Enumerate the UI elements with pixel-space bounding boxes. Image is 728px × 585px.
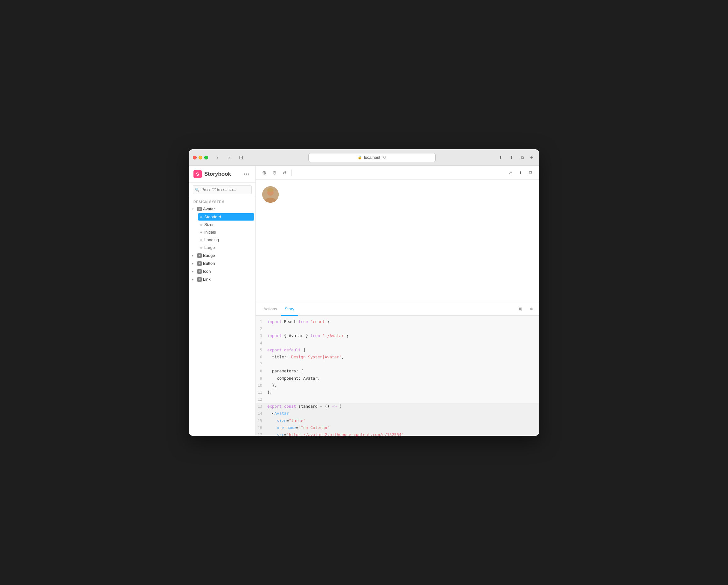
line-content-5: export default { — [267, 347, 539, 353]
close-button[interactable] — [193, 156, 197, 159]
more-options-button[interactable]: ••• — [242, 170, 251, 179]
panel-layout-button[interactable]: ▣ — [516, 305, 524, 313]
zoom-in-button[interactable]: ⊕ — [260, 168, 268, 177]
url-text: localhost — [364, 155, 380, 160]
code-line-10: 10 }, — [256, 382, 539, 389]
story-initials[interactable]: ◈ Initials — [198, 229, 254, 236]
link-component-icon: ⊞ — [197, 277, 202, 282]
search-bar: 🔍 — [189, 183, 256, 197]
story-loading[interactable]: ◈ Loading — [198, 236, 254, 244]
duplicate-button[interactable]: ⧉ — [517, 154, 527, 161]
address-bar-wrapper: 🔒 localhost ↻ — [251, 153, 493, 162]
code-line-16: 16 username="Tom Coleman" — [256, 424, 539, 431]
close-panel-button[interactable]: ⊗ — [527, 305, 535, 313]
share-button[interactable]: ⬆ — [506, 154, 516, 161]
code-line-17: 17 src="https://avatars2.githubuserconte… — [256, 431, 539, 436]
storybook-logo: S Storybook — [193, 170, 231, 178]
icon-component-icon: ⊞ — [197, 269, 202, 274]
zoom-out-button[interactable]: ⊖ — [270, 168, 279, 177]
canvas-area — [256, 180, 539, 302]
line-content-16: username="Tom Coleman" — [267, 425, 539, 431]
link-component-header[interactable]: ▸ ⊞ Link — [189, 275, 256, 283]
preview-area: ⊕ ⊖ ↺ ⤢ ⬆ ⧉ — [256, 166, 539, 436]
line-content-4 — [267, 340, 539, 346]
search-input[interactable] — [193, 185, 252, 194]
fullscreen-button[interactable] — [204, 156, 208, 159]
zoom-reset-button[interactable]: ↺ — [280, 168, 289, 177]
address-bar[interactable]: 🔒 localhost ↻ — [308, 153, 436, 162]
button-component-label: Button — [203, 261, 215, 266]
button-component-header[interactable]: ▸ ⊞ Button — [189, 259, 256, 268]
tab-story-label: Story — [285, 306, 294, 311]
line-num-2: 2 — [256, 326, 267, 332]
code-line-13: 13 export const standard = () => ( — [256, 403, 539, 410]
link-component-label: Link — [203, 277, 211, 282]
tab-actions[interactable]: Actions — [260, 302, 281, 316]
line-num-1: 1 — [256, 319, 267, 325]
bottom-panel: Actions Story ▣ ⊗ — [256, 302, 539, 436]
forward-button[interactable]: › — [225, 154, 234, 161]
more-icon: ••• — [244, 172, 250, 177]
line-content-2 — [267, 326, 539, 332]
panel-tabs: Actions Story ▣ ⊗ — [256, 302, 539, 316]
sidebar: S Storybook ••• 🔍 DESIGN SYSTEM ▾ — [189, 166, 256, 436]
icon-component-label: Icon — [203, 269, 211, 274]
avatar-preview — [262, 186, 279, 203]
story-initials-icon: ◈ — [200, 230, 202, 234]
zoom-in-icon: ⊕ — [262, 170, 266, 176]
tab-story[interactable]: Story — [281, 302, 298, 316]
line-num-7: 7 — [256, 361, 267, 367]
new-tab-icon: + — [530, 155, 533, 160]
avatar-component-header[interactable]: ▾ ⊞ Avatar — [189, 205, 256, 213]
code-editor[interactable]: 1 import React from 'react'; 2 3 import … — [256, 316, 539, 436]
line-content-15: size="large" — [267, 417, 539, 424]
browser-window: ‹ › ⊡ 🔒 localhost ↻ ⬇ ⬆ ⧉ + — [189, 149, 539, 436]
search-wrapper: 🔍 — [193, 185, 252, 194]
story-standard[interactable]: ◈ Standard — [198, 213, 254, 221]
download-icon: ⬇ — [499, 155, 502, 160]
line-content-3: import { Avatar } from './Avatar'; — [267, 333, 539, 339]
button-chevron-icon: ▸ — [192, 262, 196, 265]
expand-icon: ⤢ — [509, 170, 512, 175]
copy-preview-button[interactable]: ⧉ — [526, 168, 535, 177]
share-preview-icon: ⬆ — [519, 171, 522, 175]
line-num-6: 6 — [256, 354, 267, 360]
minimize-button[interactable] — [199, 156, 202, 159]
preview-toolbar: ⊕ ⊖ ↺ ⤢ ⬆ ⧉ — [256, 166, 539, 180]
code-line-5: 5 export default { — [256, 347, 539, 354]
close-panel-icon: ⊗ — [529, 306, 533, 311]
tree-component-button: ▸ ⊞ Button — [189, 259, 256, 268]
line-content-1: import React from 'react'; — [267, 319, 539, 325]
line-content-9: component: Avatar, — [267, 375, 539, 382]
sidebar-toggle-icon: ⊡ — [239, 154, 243, 160]
sidebar-toggle-button[interactable]: ⊡ — [236, 154, 245, 161]
story-sizes[interactable]: ◈ Sizes — [198, 221, 254, 228]
share-icon: ⬆ — [510, 155, 513, 160]
line-content-8: parameters: { — [267, 368, 539, 374]
new-tab-button[interactable]: + — [528, 154, 535, 161]
expand-button[interactable]: ⤢ — [506, 168, 515, 177]
back-icon: ‹ — [217, 155, 218, 160]
line-content-11: }; — [267, 389, 539, 396]
line-content-7 — [267, 361, 539, 367]
line-num-10: 10 — [256, 383, 267, 389]
download-button[interactable]: ⬇ — [496, 154, 505, 161]
avatar-chevron-icon: ▾ — [192, 207, 196, 211]
line-content-12 — [267, 396, 539, 403]
avatar-component-label: Avatar — [203, 207, 215, 211]
story-sizes-label: Sizes — [204, 222, 214, 227]
badge-component-header[interactable]: ▸ ⊞ Badge — [189, 251, 256, 259]
tree-component-badge: ▸ ⊞ Badge — [189, 251, 256, 259]
story-standard-icon: ◈ — [200, 215, 202, 219]
share-preview-button[interactable]: ⬆ — [516, 168, 525, 177]
story-sizes-icon: ◈ — [200, 223, 202, 226]
toolbar-separator — [291, 170, 292, 176]
line-num-11: 11 — [256, 389, 267, 396]
tab-actions-label: Actions — [263, 306, 277, 311]
titlebar: ‹ › ⊡ 🔒 localhost ↻ ⬇ ⬆ ⧉ + — [189, 149, 539, 166]
panel-controls: ▣ ⊗ — [516, 305, 535, 313]
icon-component-header[interactable]: ▸ ⊞ Icon — [189, 268, 256, 275]
icon-chevron-icon: ▸ — [192, 270, 196, 273]
story-large[interactable]: ◈ Large — [198, 244, 254, 251]
back-button[interactable]: ‹ — [213, 154, 222, 161]
